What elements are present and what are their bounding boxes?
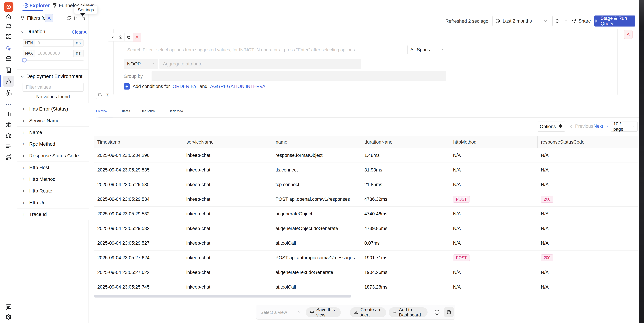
order-by-link[interactable]: ORDER BY (172, 84, 197, 89)
settings-gear-icon[interactable] (3, 312, 14, 323)
table-row[interactable]: 2025-09-04 23:05:29.532inkeep-chatai.gen… (94, 206, 638, 221)
select-view-dropdown[interactable]: Select a view (260, 310, 287, 315)
time-range-select[interactable]: Last 2 months (492, 16, 550, 26)
duration-slider-track[interactable] (23, 60, 84, 61)
previous-page-button[interactable]: Previous (569, 124, 593, 129)
filter-section-service-name[interactable]: ›Service Name (18, 115, 89, 126)
timestamp-cell: 2025-09-04 23:05:27.622 (94, 265, 183, 280)
refreshed-status: Refreshed 2 sec ago (437, 18, 488, 24)
span-scope-select[interactable]: All Spans (408, 45, 446, 54)
column-header-timestamp[interactable]: Timestamp (94, 136, 183, 148)
tab-list-view[interactable]: List View (96, 110, 107, 112)
query-a-badge[interactable]: A (133, 33, 141, 42)
add-query-database-icon[interactable] (96, 91, 104, 99)
chevron-down-icon[interactable]: ⌄ (20, 28, 24, 34)
tab-funnels[interactable]: Funnels (59, 3, 76, 8)
refresh-icon[interactable] (552, 16, 562, 26)
save-view-button[interactable]: Save this view (306, 307, 341, 317)
column-header-name[interactable]: name (272, 136, 361, 148)
table-row[interactable]: 2025-09-04 23:05:29.535inkeep-chattcp.co… (94, 177, 638, 192)
table-row[interactable]: 2025-09-04 23:05:29.535inkeep-chattls.co… (94, 163, 638, 177)
explorer-binoculars-icon[interactable] (3, 130, 14, 141)
stage-run-query-button[interactable]: Stage & Run Query (594, 16, 636, 26)
create-alert-button[interactable]: Create an Alert (350, 307, 386, 317)
duration-section-title[interactable]: Duration (26, 29, 45, 34)
filter-section-http-url[interactable]: ›Http Url (18, 197, 89, 208)
status-code-cell-badge: 200 (541, 196, 553, 203)
filter-settings-icon[interactable] (81, 16, 86, 20)
services-hard-drive-icon[interactable] (3, 53, 14, 64)
service-map-route-icon[interactable] (3, 152, 14, 163)
table-row[interactable]: 2025-09-04 23:05:29.534inkeep-chatPOST a… (94, 192, 638, 206)
logs-pipelines-list-icon[interactable] (3, 141, 14, 152)
duration-max-input[interactable] (35, 50, 73, 57)
aggregate-attribute-input[interactable]: Aggregate attribute (160, 59, 361, 69)
toggle-visibility-disc-icon[interactable] (116, 33, 125, 42)
clone-query-copy-icon[interactable] (124, 33, 133, 42)
next-page-button[interactable]: Next (594, 124, 610, 129)
filter-section-trace-id[interactable]: ›Trace Id (18, 208, 89, 220)
filter-section-http-host[interactable]: ›Http Host (18, 162, 89, 174)
sync-icon[interactable] (66, 16, 71, 20)
deployment-filter-input[interactable] (22, 83, 84, 92)
table-row[interactable]: 2025-09-04 23:05:25.745inkeep-chatai.too… (94, 280, 638, 294)
table-row[interactable]: 2025-09-04 23:05:29.532inkeep-chatai.gen… (94, 221, 638, 236)
column-header-responsestatuscode[interactable]: responseStatusCode (538, 136, 638, 148)
collapse-left-icon[interactable] (74, 16, 78, 20)
traces-compass-icon[interactable] (3, 76, 14, 87)
deployment-env-title[interactable]: Deployment Environment (26, 74, 82, 79)
clear-all-link[interactable]: Clear All (72, 30, 88, 35)
query-toolbar: A (108, 33, 141, 42)
filter-section-response-status-code[interactable]: ›Response Status Code (18, 150, 89, 162)
search-filter-input[interactable] (124, 45, 405, 54)
tab-traces[interactable]: Traces (122, 110, 130, 112)
column-header-servicename[interactable]: serviceName (183, 136, 272, 148)
collapse-query-chevron-icon[interactable] (108, 33, 116, 42)
share-button[interactable]: Share (572, 16, 591, 26)
table-row[interactable]: 2025-09-04 23:05:29.527inkeep-chatai.too… (94, 236, 638, 250)
infrastructure-boxes-icon[interactable] (3, 87, 14, 98)
query-a-badge-right[interactable]: A (624, 30, 633, 39)
add-formula-sigma-icon[interactable]: Σ (104, 91, 112, 99)
filter-section-name[interactable]: ›Name (18, 126, 89, 138)
dashboards-grid-icon[interactable] (3, 31, 14, 42)
logs-scroll-icon[interactable] (3, 65, 14, 76)
filter-section-rpc-method[interactable]: ›Rpc Method (18, 138, 89, 150)
exceptions-bug-icon[interactable] (3, 119, 14, 130)
duration-slider-handle[interactable] (22, 58, 27, 62)
horizontal-scrollbar[interactable] (94, 295, 351, 298)
home-icon[interactable] (3, 11, 14, 22)
info-icon[interactable] (434, 310, 440, 315)
alerts-bell-icon[interactable] (3, 21, 14, 32)
refresh-caret-icon[interactable] (562, 20, 569, 22)
window-edge-scrollbar[interactable] (639, 0, 644, 323)
tab-explorer[interactable]: Explorer (30, 3, 50, 8)
table-row[interactable]: 2025-09-04 23:05:27.622inkeep-chatai.gen… (94, 265, 638, 280)
signoz-logo-icon[interactable] (4, 2, 14, 12)
chevron-down-icon[interactable]: ⌄ (20, 73, 24, 78)
query-add-buttons: Σ (96, 91, 112, 99)
filter-section-has-error-status-[interactable]: ›Has Error (Status) (18, 103, 89, 115)
column-header-httpmethod[interactable]: httpMethod (450, 136, 538, 148)
timestamp-cell: 2025-09-04 23:05:34.296 (94, 148, 183, 162)
aggregation-interval-link[interactable]: AGGREGATION INTERVAL (210, 84, 268, 89)
table-row[interactable]: 2025-09-04 23:05:27.624inkeep-chatPOST a… (94, 250, 638, 265)
filter-section-http-route[interactable]: ›Http Route (18, 185, 89, 197)
page-size-select[interactable]: 10 / page (611, 122, 638, 132)
column-header-durationnano[interactable]: durationNano (361, 136, 450, 148)
panel-bottom-icon[interactable] (444, 307, 454, 317)
options-button[interactable]: Options (537, 122, 565, 132)
tab-time-series[interactable]: Time Series (140, 110, 155, 112)
query-a-filter-badge[interactable]: A (45, 14, 53, 22)
support-chat-icon[interactable] (3, 302, 14, 313)
plus-icon[interactable]: + (124, 83, 130, 90)
metrics-bar-chart-icon[interactable] (3, 108, 14, 119)
get-started-pointer-icon[interactable] (3, 43, 14, 54)
filter-section-http-method[interactable]: ›Http Method (18, 174, 89, 185)
duration-min-input[interactable] (35, 40, 73, 46)
aggregate-op-select[interactable]: NOOP (124, 59, 158, 69)
add-to-dashboard-button[interactable]: Add to Dashboard (389, 307, 428, 317)
table-row[interactable]: 2025-09-04 23:05:34.296inkeep-chatrespon… (94, 148, 638, 163)
tab-table-view[interactable]: Table View (170, 110, 183, 112)
group-by-input[interactable] (152, 71, 446, 81)
